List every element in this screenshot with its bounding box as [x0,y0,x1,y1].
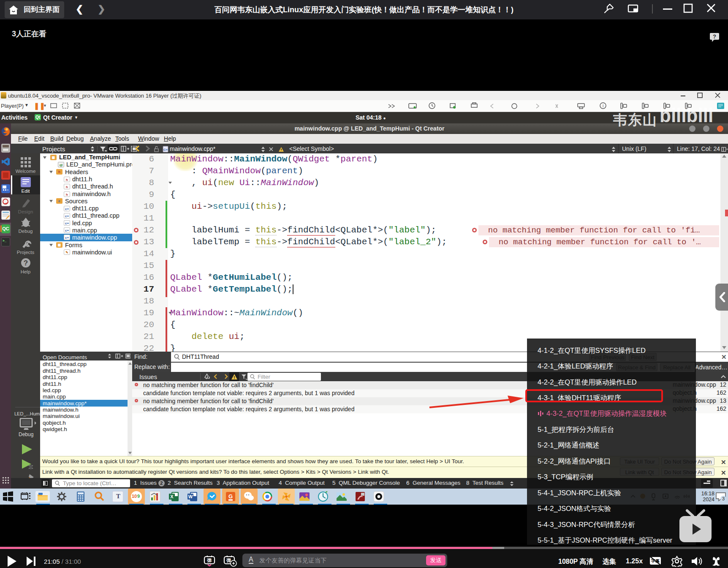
svg-text:弹: 弹 [207,558,212,563]
svg-text:?: ? [23,259,27,267]
svg-text:G: G [228,493,233,500]
svg-text:i: i [603,104,603,108]
svg-text:?: ? [713,33,716,40]
svg-text:3: 3 [722,496,725,501]
svg-text:W: W [188,494,193,499]
svg-text:C+: C+ [163,148,168,152]
svg-text:X: X [170,494,174,499]
svg-text:弹: 弹 [226,558,231,563]
